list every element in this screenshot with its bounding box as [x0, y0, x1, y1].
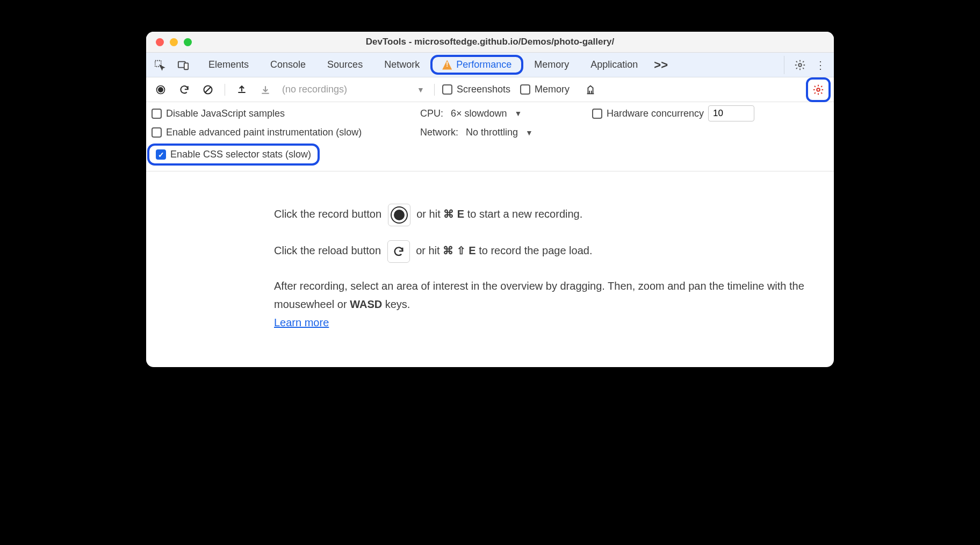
recordings-select[interactable]: (no recordings) ▼: [280, 84, 427, 95]
svg-rect-2: [184, 63, 188, 69]
hardware-concurrency-checkbox[interactable]: Hardware concurrency: [592, 108, 704, 119]
divider: [225, 84, 225, 96]
svg-point-4: [158, 87, 163, 92]
reload-instruction: Click the reload button or hit ⌘ ⇧ E to …: [274, 240, 834, 263]
tab-performance[interactable]: Performance: [430, 55, 523, 75]
cpu-throttle-select[interactable]: 6× slowdown ▼: [451, 108, 522, 119]
after-recording-instruction: After recording, select an area of inter…: [274, 277, 834, 332]
css-selector-stats-highlight: Enable CSS selector stats (slow): [147, 144, 320, 166]
css-selector-stats-checkbox[interactable]: Enable CSS selector stats (slow): [156, 149, 311, 160]
hardware-concurrency-label: Hardware concurrency: [607, 108, 704, 119]
warning-icon: [442, 60, 452, 70]
cpu-throttle-value: 6× slowdown: [451, 108, 507, 119]
close-window-button[interactable]: [156, 38, 164, 46]
svg-point-3: [798, 63, 802, 67]
wasd-bold: WASD: [350, 298, 382, 310]
device-toolbar-icon[interactable]: [174, 56, 192, 74]
learn-more-link[interactable]: Learn more: [274, 317, 329, 328]
minimize-window-button[interactable]: [170, 38, 178, 46]
tab-performance-label: Performance: [456, 59, 511, 70]
download-profile-icon[interactable]: [256, 81, 275, 99]
advanced-paint-label: Enable advanced paint instrumentation (s…: [166, 127, 362, 138]
titlebar: DevTools - microsoftedge.github.io/Demos…: [146, 32, 834, 53]
svg-point-7: [817, 88, 820, 91]
disable-js-samples-label: Disable JavaScript samples: [166, 108, 285, 119]
tab-console[interactable]: Console: [260, 55, 316, 75]
record-instruction: Click the record button or hit ⌘ E to st…: [274, 204, 834, 226]
fullscreen-window-button[interactable]: [184, 38, 192, 46]
more-menu-icon[interactable]: ⋮: [811, 56, 830, 74]
record-dot-icon: [394, 210, 405, 220]
hardware-concurrency-input[interactable]: [708, 105, 754, 121]
network-throttle-select[interactable]: No throttling ▼: [466, 127, 533, 138]
checkbox-icon: [152, 127, 162, 138]
record-button-inline[interactable]: [388, 204, 410, 226]
reload-record-button[interactable]: [175, 81, 193, 99]
checkbox-icon: [442, 84, 452, 95]
disable-js-samples-checkbox[interactable]: Disable JavaScript samples: [152, 108, 285, 119]
devtools-settings-icon[interactable]: [791, 56, 809, 74]
tabs-overflow-button[interactable]: >>: [648, 58, 673, 72]
record-button[interactable]: [152, 81, 170, 99]
checkbox-checked-icon: [156, 149, 166, 160]
checkbox-icon: [152, 109, 162, 119]
chevron-down-icon: ▼: [515, 109, 522, 118]
memory-label: Memory: [535, 84, 570, 95]
recordings-placeholder: (no recordings): [282, 84, 347, 95]
tabbar: Elements Console Sources Network Perform…: [146, 53, 834, 77]
chevron-down-icon: ▼: [417, 85, 424, 94]
tab-memory[interactable]: Memory: [523, 55, 580, 75]
advanced-paint-checkbox[interactable]: Enable advanced paint instrumentation (s…: [152, 127, 362, 138]
inspect-element-icon[interactable]: [150, 56, 169, 74]
tab-application[interactable]: Application: [580, 55, 648, 75]
divider: [434, 84, 435, 96]
checkbox-icon: [520, 84, 530, 95]
performance-toolbar: (no recordings) ▼ Screenshots Memory: [146, 77, 834, 102]
garbage-collect-icon[interactable]: [581, 81, 600, 99]
window-title: DevTools - microsoftedge.github.io/Demos…: [146, 37, 834, 47]
chevron-down-icon: ▼: [525, 128, 533, 137]
screenshots-checkbox[interactable]: Screenshots: [442, 84, 510, 95]
devtools-window: DevTools - microsoftedge.github.io/Demos…: [146, 32, 834, 367]
memory-checkbox[interactable]: Memory: [520, 84, 570, 95]
shortcut-reload: ⌘ ⇧ E: [443, 245, 475, 256]
tabs: Elements Console Sources Network Perform…: [198, 55, 780, 75]
reload-button-inline[interactable]: [387, 240, 410, 263]
capture-settings-panel: Disable JavaScript samples CPU: 6× slowd…: [146, 102, 834, 171]
traffic-lights: [156, 38, 192, 46]
tab-network[interactable]: Network: [373, 55, 430, 75]
css-selector-stats-label: Enable CSS selector stats (slow): [170, 149, 311, 160]
upload-profile-icon[interactable]: [233, 81, 251, 99]
tab-elements[interactable]: Elements: [198, 55, 260, 75]
network-label: Network:: [420, 127, 458, 138]
network-throttle-value: No throttling: [466, 127, 518, 138]
clear-button[interactable]: [199, 81, 217, 99]
shortcut-record: ⌘ E: [443, 208, 464, 220]
tab-sources[interactable]: Sources: [316, 55, 373, 75]
cpu-label: CPU:: [420, 108, 443, 119]
performance-empty-state: Click the record button or hit ⌘ E to st…: [146, 171, 834, 367]
capture-settings-highlight: [806, 77, 831, 102]
capture-settings-icon[interactable]: [809, 81, 827, 99]
checkbox-icon: [592, 109, 602, 119]
screenshots-label: Screenshots: [457, 84, 510, 95]
